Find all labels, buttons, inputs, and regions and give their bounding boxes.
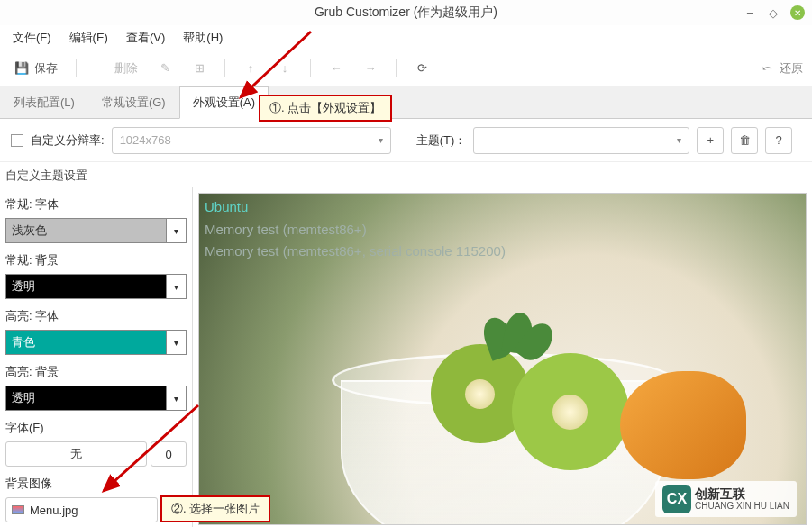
save-icon: 💾 xyxy=(14,61,29,76)
plus-box-icon: ⊞ xyxy=(192,61,206,76)
forward-button[interactable]: → xyxy=(358,58,383,79)
menu-edit[interactable]: 编辑(E) xyxy=(62,26,115,50)
normal-bg-label: 常规: 背景 xyxy=(5,252,187,268)
bg-file-name: Menu.jpg xyxy=(30,504,78,517)
restore-button[interactable]: ⤺ 还原 xyxy=(760,60,803,77)
boot-line-2: Memory test (memtest86+) xyxy=(205,222,367,237)
normal-font-color-combo[interactable]: 浅灰色 ▾ xyxy=(5,218,187,243)
restore-label: 还原 xyxy=(780,60,803,77)
toolbar: 💾 保存 − 删除 ✎ ⊞ ↑ ↓ ← → ⟳ ⤺ 还原 xyxy=(0,50,812,86)
custom-resolution-label: 自定义分辩率: xyxy=(31,132,105,149)
titlebar: Grub Customizer (作为超级用户) − ◇ ✕ xyxy=(0,0,812,25)
separator xyxy=(224,59,225,77)
tab-list-config[interactable]: 列表配置(L) xyxy=(0,86,88,118)
arrow-right-icon: → xyxy=(363,61,378,76)
theme-combo[interactable]: ▾ xyxy=(473,127,689,154)
theme-label: 主题(T)： xyxy=(416,132,467,149)
separator xyxy=(396,59,397,77)
minus-icon: − xyxy=(95,61,109,76)
maximize-icon[interactable]: ◇ xyxy=(767,6,780,19)
logo-name: 创新互联 xyxy=(695,486,789,502)
theme-add-button[interactable]: + xyxy=(697,127,724,154)
svg-line-1 xyxy=(104,405,198,491)
image-icon xyxy=(12,505,24,514)
custom-theme-section-label: 自定义主题设置 xyxy=(0,162,812,187)
resolution-combo[interactable]: 1024x768 ▾ xyxy=(112,127,391,154)
highlight-font-color-value: 青色 xyxy=(6,331,166,354)
chevron-down-icon: ▾ xyxy=(166,219,186,242)
boot-line-1: Ubuntu xyxy=(205,199,248,214)
trash-icon: 🗑 xyxy=(739,133,751,147)
preview-bowl xyxy=(287,308,719,525)
logo-sub: CHUANG XIN HU LIAN xyxy=(695,501,789,511)
theme-help-button[interactable]: ? xyxy=(765,127,792,154)
window-controls: − ◇ ✕ xyxy=(744,5,805,20)
delete-button[interactable]: − 删除 xyxy=(89,57,143,80)
pencil-icon: ✎ xyxy=(158,61,172,76)
boot-line-3: Memory test (memtest86+, serial console … xyxy=(205,243,506,259)
preview-pane: Ubuntu Memory test (memtest86+) Memory t… xyxy=(198,193,807,525)
arrow-annotation-2 xyxy=(90,401,207,504)
refresh-button[interactable]: ⟳ xyxy=(409,58,434,79)
plus-icon: + xyxy=(707,133,714,147)
resolution-row: 自定义分辩率: 1024x768 ▾ 主题(T)： ▾ + 🗑 ? xyxy=(0,119,812,162)
normal-bg-color-combo[interactable]: 透明 ▾ xyxy=(5,274,187,299)
add-button[interactable]: ⊞ xyxy=(187,58,212,79)
tab-general-settings[interactable]: 常规设置(G) xyxy=(88,86,179,118)
arrow-left-icon: ← xyxy=(329,61,343,76)
close-icon[interactable]: ✕ xyxy=(790,5,805,20)
logo-text: 创新互联 CHUANG XIN HU LIAN xyxy=(695,486,789,513)
menu-view[interactable]: 查看(V) xyxy=(119,26,172,50)
question-icon: ? xyxy=(776,133,782,147)
minimize-icon[interactable]: − xyxy=(744,6,756,19)
separator xyxy=(76,59,77,77)
back-button[interactable]: ← xyxy=(324,58,349,79)
chevron-down-icon: ▾ xyxy=(166,275,186,298)
arrow-annotation-1 xyxy=(230,27,320,108)
theme-delete-button[interactable]: 🗑 xyxy=(731,127,758,154)
watermark-logo: CX 创新互联 CHUANG XIN HU LIAN xyxy=(655,481,797,517)
logo-badge: CX xyxy=(662,485,691,513)
resolution-value: 1024x768 xyxy=(120,133,171,147)
chevron-down-icon: ▾ xyxy=(166,331,186,354)
normal-font-color-value: 浅灰色 xyxy=(6,219,166,242)
highlight-font-label: 高亮: 字体 xyxy=(5,308,187,324)
normal-bg-color-value: 透明 xyxy=(6,275,166,298)
normal-font-label: 常规: 字体 xyxy=(5,196,187,213)
refresh-icon: ⟳ xyxy=(415,61,429,76)
save-button[interactable]: 💾 保存 xyxy=(9,57,63,80)
save-label: 保存 xyxy=(34,60,58,77)
svg-line-0 xyxy=(241,32,311,97)
delete-label: 删除 xyxy=(114,60,138,77)
custom-resolution-checkbox[interactable] xyxy=(11,134,23,147)
chevron-down-icon: ▾ xyxy=(677,135,681,145)
menubar: 文件(F) 编辑(E) 查看(V) 帮助(H) xyxy=(0,25,812,50)
chevron-down-icon: ▾ xyxy=(379,135,383,145)
menu-file[interactable]: 文件(F) xyxy=(5,26,59,50)
window-title: Grub Customizer (作为超级用户) xyxy=(315,5,497,21)
highlight-bg-label: 高亮: 背景 xyxy=(5,364,187,380)
tabs: 列表配置(L) 常规设置(G) 外观设置(A) xyxy=(0,86,812,119)
edit-button[interactable]: ✎ xyxy=(152,58,178,79)
boot-menu-text: Ubuntu Memory test (memtest86+) Memory t… xyxy=(205,197,506,264)
highlight-font-color-combo[interactable]: 青色 ▾ xyxy=(5,330,187,355)
restore-icon: ⤺ xyxy=(760,61,774,76)
menu-help[interactable]: 帮助(H) xyxy=(176,26,230,50)
